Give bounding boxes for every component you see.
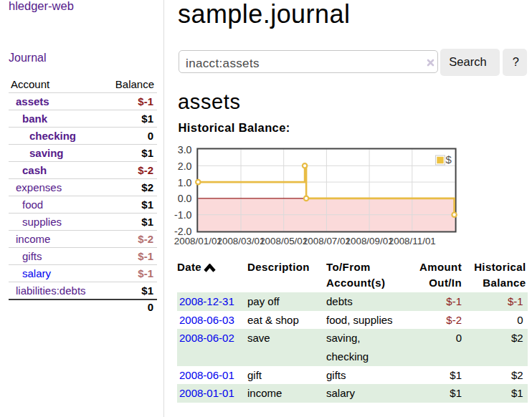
- svg-text:-1.0: -1.0: [174, 209, 192, 221]
- svg-text:2008/03/01: 2008/03/01: [217, 236, 265, 246]
- svg-text:3.0: 3.0: [178, 144, 192, 155]
- svg-text:2008/07/01: 2008/07/01: [303, 236, 351, 246]
- svg-text:2008/09/01: 2008/09/01: [346, 236, 394, 246]
- svg-text:1.0: 1.0: [178, 177, 192, 188]
- svg-text:2008/01/01: 2008/01/01: [174, 236, 222, 246]
- svg-text:0.0: 0.0: [178, 193, 192, 204]
- svg-text:2008/11/01: 2008/11/01: [389, 236, 436, 246]
- svg-text:2.0: 2.0: [178, 160, 192, 172]
- svg-text:$: $: [446, 153, 452, 166]
- svg-text:2008/05/01: 2008/05/01: [260, 236, 308, 246]
